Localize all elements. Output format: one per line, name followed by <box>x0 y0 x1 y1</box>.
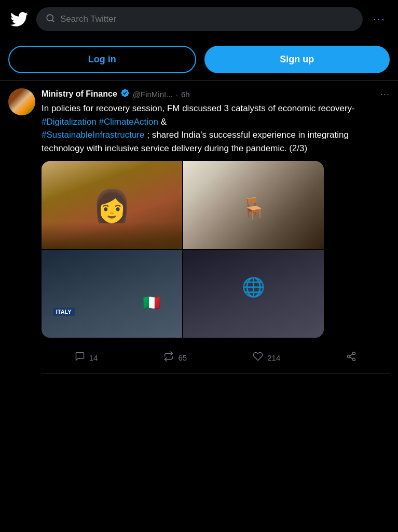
tweet-actions: 14 65 214 <box>42 344 390 374</box>
svg-line-6 <box>350 354 353 355</box>
tweet-more-icon[interactable]: ··· <box>380 89 390 100</box>
tweet-image-3[interactable] <box>42 250 182 338</box>
more-options-icon[interactable]: ··· <box>369 10 390 28</box>
tweet-image-2[interactable] <box>183 161 324 249</box>
share-button[interactable] <box>340 348 363 367</box>
auth-bar: Log in Sign up <box>0 38 398 81</box>
reply-button[interactable]: 14 <box>68 348 104 367</box>
svg-line-1 <box>52 20 53 21</box>
avatar[interactable] <box>8 88 35 115</box>
search-input[interactable] <box>60 14 353 24</box>
retweet-count: 65 <box>178 353 187 362</box>
search-bar[interactable] <box>36 7 363 31</box>
verified-icon <box>120 88 130 100</box>
dot-separator: · <box>176 90 178 99</box>
hashtag-digitalization[interactable]: #Digitalization <box>42 117 97 127</box>
reply-icon <box>75 351 85 364</box>
tweet-content: Ministry of Finance @FinMinI... · 6h ···… <box>42 88 390 374</box>
hashtag-climateaction[interactable]: #ClimateAction <box>99 117 158 127</box>
tweet-time: 6h <box>181 90 190 99</box>
tweet-image-4[interactable] <box>183 250 324 338</box>
hashtag-sustainableinfra[interactable]: #SustainableInfrastructure <box>42 130 144 140</box>
share-icon <box>346 351 356 364</box>
tweet-image-1[interactable] <box>42 161 182 249</box>
search-icon <box>46 14 55 25</box>
account-name[interactable]: Ministry of Finance <box>42 89 117 99</box>
retweet-icon <box>163 351 174 364</box>
reply-count: 14 <box>89 353 98 362</box>
tweet-images <box>42 161 324 338</box>
tweet-header: Ministry of Finance @FinMinI... · 6h ··· <box>42 88 390 100</box>
svg-line-5 <box>350 357 353 358</box>
like-icon <box>253 351 263 364</box>
like-button[interactable]: 214 <box>246 348 286 367</box>
tweet-text-before: In policies for recovery session, FM dis… <box>42 103 355 113</box>
tweet: Ministry of Finance @FinMinI... · 6h ···… <box>0 81 398 374</box>
tweet-text: In policies for recovery session, FM dis… <box>42 102 390 155</box>
signup-button[interactable]: Sign up <box>204 46 390 73</box>
retweet-button[interactable]: 65 <box>157 348 193 367</box>
avatar-column <box>8 88 35 374</box>
account-handle: @FinMinI... <box>133 90 173 99</box>
login-button[interactable]: Log in <box>8 46 196 73</box>
twitter-logo <box>8 8 30 30</box>
like-count: 214 <box>267 353 280 362</box>
header: ··· <box>0 0 398 38</box>
